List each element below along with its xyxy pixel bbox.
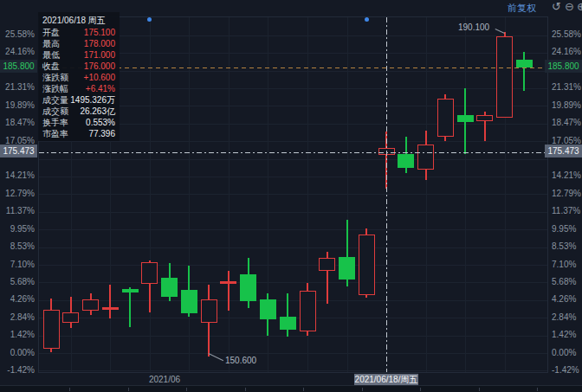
tooltip-row-label: 涨跌额: [42, 72, 68, 83]
bottom-navigator-strip[interactable]: [0, 385, 582, 392]
stock-kline-screen: 190.100150.600 25.58%24.16%21.31%19.89%1…: [0, 0, 582, 392]
axis-tick-label: 5.68%: [0, 277, 35, 286]
candle-body[interactable]: [516, 60, 533, 67]
event-marker-dot[interactable]: [147, 17, 152, 22]
candle-body[interactable]: [476, 115, 493, 122]
candle-body[interactable]: [280, 317, 296, 330]
candle-body[interactable]: [161, 278, 178, 297]
candle-body[interactable]: [122, 289, 139, 292]
candle-body[interactable]: [437, 99, 454, 137]
horizontal-gridline: [39, 177, 547, 177]
tooltip-row: 成交额26.263亿: [42, 106, 115, 117]
vertical-gridline: [347, 17, 348, 372]
tooltip-row-value: 1495.326万: [70, 94, 115, 106]
navigator-tick: [69, 388, 70, 391]
tooltip-row-value: 175.100: [84, 27, 115, 38]
candle-body[interactable]: [82, 299, 99, 310]
horizontal-gridline: [39, 141, 547, 142]
axis-tick-label: 9.95%: [0, 224, 35, 234]
tooltip-date: 2021/06/18 周五: [42, 15, 115, 27]
tooltip-row-value: +10.600: [84, 72, 115, 83]
horizontal-gridline: [39, 370, 547, 371]
candle-body[interactable]: [43, 310, 60, 350]
candle-body[interactable]: [496, 36, 513, 118]
axis-tick-label: 7.10%: [552, 260, 581, 269]
axis-tick-label: 2.84%: [552, 312, 581, 322]
horizontal-gridline: [39, 353, 547, 354]
crosshair-price-badge-right: 175.473: [545, 145, 582, 157]
candle-body[interactable]: [141, 262, 158, 285]
axis-tick-label: 18.47%: [0, 118, 35, 127]
candle-body[interactable]: [102, 307, 119, 310]
candle-body[interactable]: [62, 312, 79, 323]
tooltip-row: 最高178.000: [42, 38, 115, 49]
axis-tick-label: 14.21%: [0, 170, 35, 180]
axis-tick-label: 17.05%: [0, 136, 35, 145]
axis-tick-label: 7.10%: [0, 260, 35, 269]
candle-wick: [287, 293, 288, 337]
candle-body[interactable]: [260, 299, 276, 319]
x-axis-month-label: 2021/06: [141, 375, 188, 384]
horizontal-gridline: [39, 159, 547, 160]
tooltip-row-label: 涨跌幅: [42, 83, 68, 94]
axis-tick-label: 0.00%: [552, 348, 581, 357]
horizontal-gridline: [39, 265, 547, 266]
candle-body[interactable]: [240, 274, 256, 301]
axis-tick-label: 4.26%: [552, 294, 581, 304]
vertical-gridline: [426, 17, 427, 372]
navigator-tick: [537, 388, 538, 391]
tooltip-row-label: 成交量: [42, 94, 68, 106]
tooltip-row-label: 成交额: [42, 106, 68, 117]
undo-icon[interactable]: ↺: [552, 1, 561, 12]
tooltip-row: 涨跌额+10.600: [42, 72, 115, 83]
candle-body[interactable]: [300, 291, 316, 331]
axis-tick-label: 21.31%: [0, 82, 35, 92]
candle-wick: [523, 52, 525, 92]
axis-tick-label: 24.16%: [0, 47, 35, 56]
axis-tick-label: 1.42%: [552, 330, 581, 339]
candle-body[interactable]: [359, 235, 375, 294]
tooltip-row-label: 换手率: [42, 117, 68, 128]
tooltip-row: 换手率0.553%: [42, 117, 115, 128]
horizontal-gridline: [39, 194, 547, 195]
axis-tick-label: 2.84%: [0, 312, 35, 322]
tooltip-row: 最低171.000: [42, 49, 115, 61]
candle-body[interactable]: [220, 281, 236, 284]
annotation-connector-line: [209, 353, 223, 361]
adjust-mode-button[interactable]: 前复权: [508, 2, 536, 15]
candle-body[interactable]: [457, 115, 474, 123]
candle-body[interactable]: [339, 257, 355, 280]
candle-body[interactable]: [201, 299, 217, 323]
horizontal-gridline: [39, 247, 547, 248]
horizontal-gridline: [39, 212, 547, 213]
axis-tick-label: 21.31%: [552, 82, 581, 92]
zoom-in-icon[interactable]: ⊕: [577, 1, 582, 12]
candle-body[interactable]: [398, 154, 414, 167]
tooltip-row-value: +6.41%: [86, 83, 115, 94]
axis-tick-label: 18.47%: [552, 118, 581, 127]
axis-tick-label: 17.05%: [552, 136, 581, 145]
range-low-label: 150.600: [225, 356, 256, 365]
event-marker-dot[interactable]: [365, 17, 369, 22]
candle-body[interactable]: [181, 290, 197, 314]
navigator-tick: [245, 388, 246, 391]
axis-tick-label: 14.21%: [552, 170, 581, 180]
axis-tick-label: 0.00%: [0, 348, 35, 357]
candle-body[interactable]: [417, 145, 434, 170]
zoom-out-icon[interactable]: ⊖: [565, 1, 574, 12]
vertical-gridline: [465, 17, 466, 372]
navigator-tick: [303, 388, 304, 391]
tooltip-row: 开盘175.100: [42, 27, 115, 38]
annotation-connector-line: [495, 29, 505, 34]
vertical-gridline: [150, 17, 151, 372]
tooltip-row: 收盘176.000: [42, 61, 115, 72]
candle-wick: [228, 271, 230, 311]
axis-tick-label: 8.53%: [552, 241, 581, 251]
candle-body[interactable]: [319, 258, 335, 271]
axis-tick-label: 9.95%: [552, 224, 581, 234]
navigator-tick: [186, 388, 187, 391]
horizontal-gridline: [39, 282, 547, 283]
tooltip-row: 涨跌幅+6.41%: [42, 83, 115, 94]
crosshair-date-badge: 2021/06/18/周五: [354, 374, 418, 385]
navigator-tick: [362, 388, 363, 391]
